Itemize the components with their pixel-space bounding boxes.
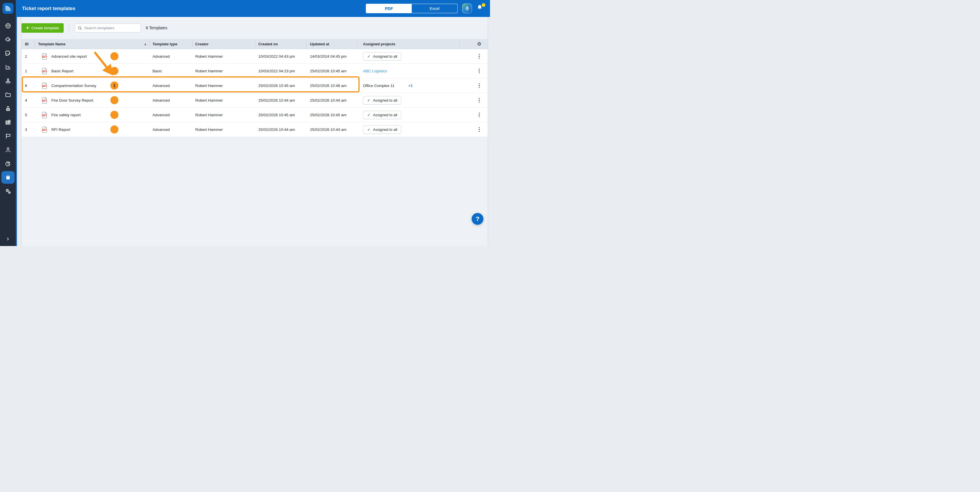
column-header-id[interactable]: ID xyxy=(22,39,35,49)
apps-knot-icon xyxy=(465,6,470,11)
notifications-button[interactable] xyxy=(476,4,485,13)
table-row[interactable]: 3 PDF RFI Report Advanced Robert Hammer … xyxy=(22,122,488,137)
sidebar-item-tags[interactable] xyxy=(1,33,15,46)
notification-badge-dot xyxy=(482,3,485,7)
app-logo[interactable] xyxy=(3,3,13,14)
svg-text:PDF: PDF xyxy=(42,56,45,58)
cell-updated-at: 25/02/2026 10:45 am xyxy=(306,108,357,122)
table-row[interactable]: 1 PDF Basic Report Basic Robert Hammer 1… xyxy=(22,64,488,78)
row-menu-kebab-icon[interactable] xyxy=(477,96,482,104)
column-settings-gear-icon[interactable]: ⚙ xyxy=(477,42,481,46)
toggle-option-excel[interactable]: Excel xyxy=(412,4,457,13)
content-panel: + Create template 6 Templates ID Templat… xyxy=(21,17,488,246)
cell-id: 4 xyxy=(22,93,35,107)
table-row[interactable]: 2 PDF Advanced site report Advanced Robe… xyxy=(22,49,488,64)
row-menu-kebab-icon[interactable] xyxy=(477,111,482,119)
cell-template-type: Advanced xyxy=(149,122,192,137)
sidebar-item-documents[interactable] xyxy=(1,88,15,102)
annotation-step-badge xyxy=(110,52,118,60)
toggle-option-pdf[interactable]: PDF xyxy=(366,4,412,13)
swirl-logo-icon xyxy=(4,4,12,12)
row-menu-kebab-icon[interactable] xyxy=(477,67,482,75)
sidebar-item-tickets[interactable] xyxy=(1,46,15,60)
cell-template-name: PDF Basic Report xyxy=(35,64,149,78)
row-menu-kebab-icon[interactable] xyxy=(477,81,482,90)
sidebar-item-settings[interactable] xyxy=(1,184,15,198)
column-header-assigned-projects[interactable]: Assigned projects xyxy=(357,39,459,49)
sidebar-item-site-presence[interactable] xyxy=(1,74,15,88)
check-icon: ✓ xyxy=(367,128,371,132)
sidebar-item-stamp[interactable] xyxy=(1,102,15,115)
sidebar-item-company[interactable] xyxy=(1,115,15,129)
assigned-to-all-button[interactable]: ✓Assigned to all xyxy=(363,52,401,61)
cell-assigned-projects: ✓Assigned to all xyxy=(357,108,459,122)
sidebar-item-users[interactable] xyxy=(1,143,15,157)
row-menu-kebab-icon[interactable] xyxy=(477,52,482,61)
column-header-updated-at[interactable]: Updated at xyxy=(306,39,357,49)
cell-assigned-projects: ✓Assigned to all xyxy=(357,122,459,137)
cell-template-type: Advanced xyxy=(149,93,192,107)
pdf-file-icon: PDF xyxy=(42,82,47,89)
cell-creator: Robert Hammer xyxy=(192,93,256,107)
cell-template-name: PDF Compartmentation Survey 1 xyxy=(35,78,149,93)
statistics-icon xyxy=(5,64,11,70)
sidebar-item-report-templates[interactable] xyxy=(2,171,14,184)
row-menu-kebab-icon[interactable] xyxy=(477,125,482,134)
cell-creator: Robert Hammer xyxy=(192,122,256,137)
tags-icon xyxy=(5,36,11,43)
sidebar-accent-strip xyxy=(16,0,17,246)
svg-text:PDF: PDF xyxy=(42,114,45,116)
cell-updated-at: 25/02/2026 10:44 am xyxy=(306,122,357,137)
pdf-file-icon: PDF xyxy=(42,112,47,118)
svg-text:PDF: PDF xyxy=(42,70,45,72)
annotation-step-badge xyxy=(110,111,118,119)
plus-icon: + xyxy=(26,25,29,30)
dashboard-icon xyxy=(5,22,11,29)
annotation-step-badge xyxy=(110,67,118,75)
apps-button[interactable] xyxy=(462,3,472,13)
cell-created-on: 10/03/2022 04:43 pm xyxy=(256,49,306,64)
ticket-edit-icon xyxy=(5,50,11,57)
user-icon xyxy=(5,146,11,153)
sidebar-item-flags[interactable] xyxy=(1,129,15,143)
search-input[interactable] xyxy=(75,24,141,32)
table-row[interactable]: 4 PDF Fire Door Survey Report Advanced R… xyxy=(22,93,488,108)
buildings-icon xyxy=(5,119,11,126)
page-title: Ticket report templates xyxy=(22,6,75,11)
toolbar: + Create template 6 Templates xyxy=(22,22,167,34)
assigned-to-all-button[interactable]: ✓Assigned to all xyxy=(363,96,401,104)
assigned-to-all-button[interactable]: ✓Assigned to all xyxy=(363,125,401,134)
annotation-step-badge xyxy=(110,96,118,104)
flag-icon xyxy=(5,133,11,139)
sidebar-expand-chevron[interactable]: › xyxy=(0,236,16,242)
assigned-project-link[interactable]: ABC Logistics xyxy=(363,69,387,73)
cell-created-on: 25/02/2026 10:44 am xyxy=(256,93,306,107)
column-header-creator[interactable]: Creator xyxy=(192,39,256,49)
pdf-file-icon: PDF xyxy=(42,97,47,104)
assigned-project-name: Office Complex 11 xyxy=(363,83,395,88)
app-window: › Ticket report templates PDF Excel xyxy=(0,0,490,246)
sidebar-item-analytics[interactable] xyxy=(1,157,15,171)
search-icon xyxy=(77,26,82,30)
column-header-created-on[interactable]: Created on xyxy=(256,39,306,49)
annotation-step-badge: 1 xyxy=(110,81,118,89)
cell-updated-at: 25/02/2026 10:44 am xyxy=(306,93,357,107)
assigned-to-all-button[interactable]: ✓Assigned to all xyxy=(363,111,401,119)
table-row[interactable]: 5 PDF Fire safety report Advanced Robert… xyxy=(22,108,488,122)
cell-template-name: PDF Advanced site report xyxy=(35,49,149,64)
column-header-template-name[interactable]: Template Name ▲ xyxy=(35,39,149,49)
cell-template-name: PDF Fire Door Survey Report xyxy=(35,93,149,107)
cell-template-name: PDF RFI Report xyxy=(35,122,149,137)
help-button[interactable]: ? xyxy=(472,213,484,225)
more-projects-link[interactable]: +1 xyxy=(408,83,413,88)
cell-id: 5 xyxy=(22,108,35,122)
svg-text:PDF: PDF xyxy=(42,85,45,87)
column-header-template-type[interactable]: Template type xyxy=(149,39,192,49)
create-template-button[interactable]: + Create template xyxy=(22,23,64,33)
sidebar-item-dashboard[interactable] xyxy=(1,19,15,33)
cell-template-type: Basic xyxy=(149,64,192,78)
cell-updated-at: 14/03/2024 04:45 pm xyxy=(306,49,357,64)
sidebar-item-statistics[interactable] xyxy=(1,60,15,74)
cell-creator: Robert Hammer xyxy=(192,49,256,64)
table-row[interactable]: 6 PDF Compartmentation Survey 1 Advanced… xyxy=(22,78,488,93)
